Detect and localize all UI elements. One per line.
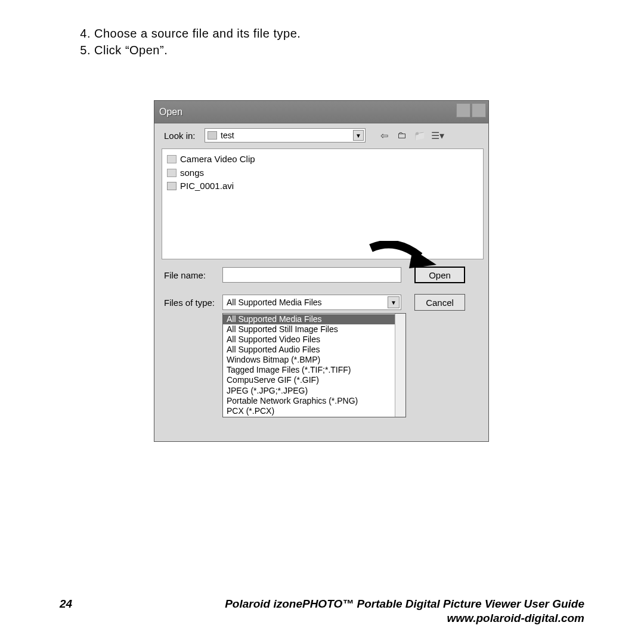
window-controls (456, 103, 486, 117)
open-dialog: Open Look in: test ▼ ⇦ 🗀 📁 ☰▾ Camera Vid… (154, 100, 489, 442)
instruction-item-4: 4. Choose a source file and its file typ… (75, 25, 301, 42)
cancel-button-label: Cancel (426, 298, 454, 308)
filename-row: File name: Open (154, 264, 488, 286)
chevron-down-icon[interactable]: ▼ (388, 296, 400, 308)
folder-icon (167, 155, 177, 163)
dialog-title: Open (159, 107, 182, 117)
filetype-row: Files of type: All Supported Media Files… (154, 292, 488, 313)
page-number: 24 (60, 597, 72, 612)
chevron-down-icon[interactable]: ▼ (353, 130, 364, 141)
dropdown-option[interactable]: CompuServe GIF (*.GIF) (223, 375, 405, 385)
open-button[interactable]: Open (414, 267, 465, 283)
lookin-select[interactable]: test ▼ (205, 128, 366, 143)
scrollbar[interactable] (395, 314, 405, 417)
video-file-icon (167, 182, 177, 190)
instruction-num-4: 4. (75, 25, 94, 42)
help-button[interactable] (456, 103, 470, 117)
file-list[interactable]: Camera Video Clip songs PIC_0001.avi (162, 148, 484, 259)
navigation-toolbar: ⇦ 🗀 📁 ☰▾ (377, 129, 444, 142)
file-name: Camera Video Clip (180, 153, 255, 166)
dropdown-option[interactable]: All Supported Audio Files (223, 345, 405, 355)
filename-input[interactable] (222, 267, 401, 283)
footer-url: www.polaroid-digital.com (447, 611, 584, 626)
new-folder-icon[interactable]: 📁 (413, 129, 426, 142)
cancel-button[interactable]: Cancel (414, 294, 465, 311)
filetype-value: All Supported Media Files (227, 298, 322, 307)
filetype-select[interactable]: All Supported Media Files ▼ (222, 295, 401, 310)
file-name: songs (180, 166, 204, 180)
instruction-text-5: Click “Open”. (94, 42, 168, 58)
dropdown-option[interactable]: JPEG (*.JPG;*.JPEG) (223, 386, 405, 396)
instruction-list: 4. Choose a source file and its file typ… (75, 25, 301, 58)
view-menu-icon[interactable]: ☰▾ (431, 129, 444, 142)
lookin-value: test (221, 131, 234, 140)
title-bar: Open (154, 101, 488, 123)
list-item[interactable]: songs (167, 166, 478, 180)
filename-label: File name: (164, 270, 216, 280)
instruction-num-5: 5. (75, 42, 94, 58)
instruction-text-4: Choose a source file and its file type. (94, 25, 301, 42)
dropdown-option[interactable]: All Supported Video Files (223, 335, 405, 345)
back-icon[interactable]: ⇦ (377, 129, 391, 142)
dropdown-option[interactable]: Windows Bitmap (*.BMP) (223, 355, 405, 365)
open-button-label: Open (429, 270, 451, 280)
dropdown-option[interactable]: PCX (*.PCX) (223, 406, 405, 416)
folder-icon (167, 169, 177, 177)
up-folder-icon[interactable]: 🗀 (395, 129, 408, 142)
lookin-row: Look in: test ▼ ⇦ 🗀 📁 ☰▾ (154, 123, 488, 146)
file-name: PIC_0001.avi (180, 179, 234, 193)
list-item[interactable]: PIC_0001.avi (167, 179, 478, 193)
close-button[interactable] (472, 103, 486, 117)
page-footer: 24 Polaroid izonePHOTO™ Portable Digital… (0, 597, 644, 626)
instruction-item-5: 5. Click “Open”. (75, 42, 301, 58)
footer-title: Polaroid izonePHOTO™ Portable Digital Pi… (225, 597, 584, 612)
dropdown-option[interactable]: All Supported Still Image Files (223, 324, 405, 335)
dropdown-option[interactable]: Portable Network Graphics (*.PNG) (223, 396, 405, 406)
list-item[interactable]: Camera Video Clip (167, 153, 478, 166)
lookin-label: Look in: (164, 131, 200, 141)
dropdown-option[interactable]: Tagged Image Files (*.TIF;*.TIFF) (223, 365, 405, 375)
dropdown-option[interactable]: All Supported Media Files (223, 314, 405, 324)
filetype-label: Files of type: (164, 298, 216, 308)
folder-icon (208, 131, 217, 140)
filetype-dropdown[interactable]: All Supported Media Files All Supported … (222, 313, 406, 417)
